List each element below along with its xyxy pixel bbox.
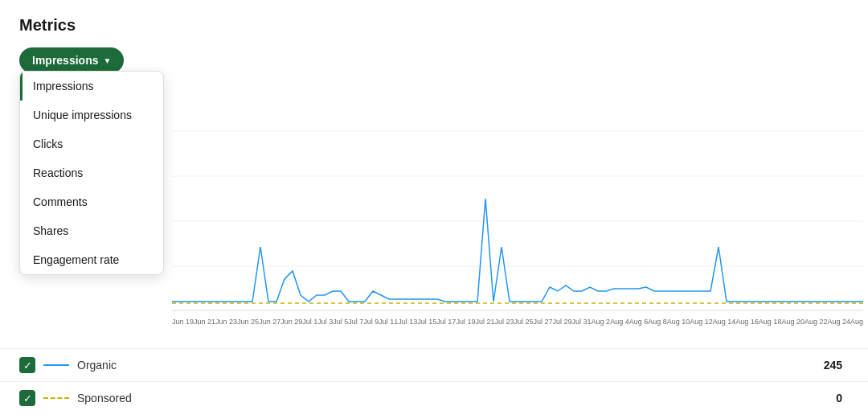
metrics-dropdown-menu: Impressions Unique impressions Clicks Re… <box>19 71 164 275</box>
sponsored-label: Sponsored <box>77 392 828 405</box>
dropdown-item-clicks[interactable]: Clicks <box>20 129 163 158</box>
organic-checkbox[interactable]: ✓ <box>19 357 35 373</box>
sponsored-line-indicator <box>43 397 69 399</box>
metrics-dropdown-button[interactable]: Impressions ▼ <box>19 47 124 73</box>
dropdown-item-unique-impressions[interactable]: Unique impressions <box>20 101 163 129</box>
page-title: Metrics <box>19 16 849 35</box>
organic-label: Organic <box>77 359 816 372</box>
organic-line-indicator <box>43 364 69 366</box>
line-chart <box>172 86 863 311</box>
organic-value: 245 <box>824 359 849 372</box>
legend-sponsored-row: ✓ Sponsored 0 <box>0 381 868 414</box>
dropdown-item-reactions[interactable]: Reactions <box>20 158 163 187</box>
dropdown-button-label: Impressions <box>32 54 98 67</box>
chart-area: Jun 19 Jun 21 Jun 23 Jun 25 Jun 27 Jun 2… <box>172 86 849 326</box>
dropdown-item-engagement-rate[interactable]: Engagement rate <box>20 245 163 274</box>
sponsored-checkbox[interactable]: ✓ <box>19 390 35 406</box>
dropdown-item-comments[interactable]: Comments <box>20 187 163 216</box>
chevron-down-icon: ▼ <box>103 56 111 65</box>
legend-organic-row: ✓ Organic 245 <box>0 349 868 381</box>
dropdown-item-impressions[interactable]: Impressions <box>20 72 163 101</box>
sponsored-value: 0 <box>836 392 849 405</box>
dropdown-item-shares[interactable]: Shares <box>20 216 163 245</box>
